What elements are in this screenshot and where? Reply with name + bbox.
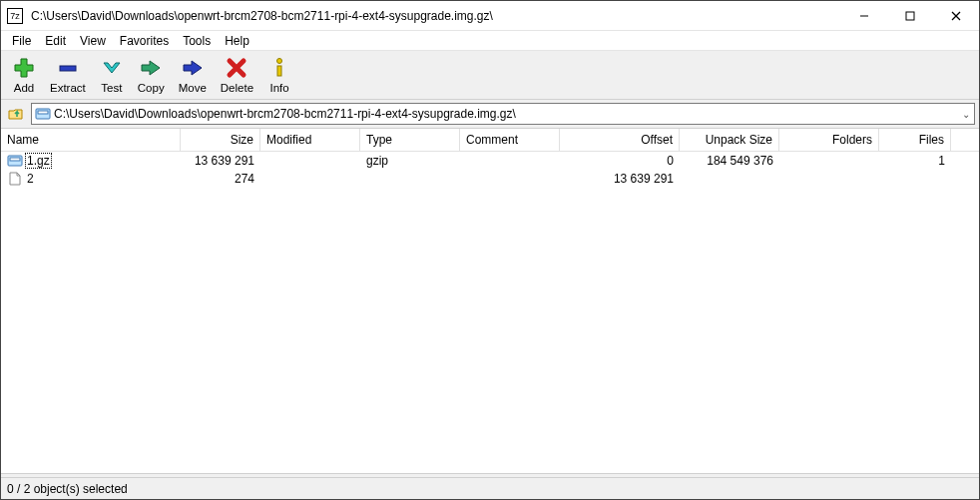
svg-rect-1 bbox=[906, 12, 914, 20]
archive-icon bbox=[7, 154, 23, 168]
delete-label: Delete bbox=[221, 82, 253, 94]
extract-label: Extract bbox=[50, 82, 86, 94]
column-headers: Name Size Modified Type Comment Offset U… bbox=[1, 129, 979, 152]
col-modified[interactable]: Modified bbox=[260, 129, 360, 151]
add-label: Add bbox=[14, 82, 34, 94]
menu-favorites[interactable]: Favorites bbox=[113, 32, 176, 50]
col-type[interactable]: Type bbox=[360, 129, 460, 151]
cell-type: gzip bbox=[360, 153, 460, 169]
menu-view[interactable]: View bbox=[73, 32, 113, 50]
addressbar: ⌄ bbox=[1, 100, 979, 129]
window-buttons bbox=[841, 1, 979, 30]
delete-button[interactable]: Delete bbox=[214, 54, 260, 96]
close-button[interactable] bbox=[933, 1, 979, 30]
app-icon: 7z bbox=[7, 8, 23, 24]
info-button[interactable]: Info bbox=[260, 54, 298, 96]
col-unpack[interactable]: Unpack Size bbox=[680, 129, 779, 151]
cell-type bbox=[360, 178, 460, 180]
file-name: 2 bbox=[25, 171, 36, 187]
cell-unpack: 184 549 376 bbox=[680, 153, 779, 169]
toolbar: Add Extract Test Copy Move Delete Info bbox=[1, 51, 979, 100]
cell-folders bbox=[779, 178, 879, 180]
list-body[interactable]: 1.gz13 639 291gzip0184 549 3761227413 63… bbox=[1, 152, 979, 473]
svg-point-5 bbox=[277, 59, 282, 64]
cell-files: 1 bbox=[879, 153, 951, 169]
plus-icon bbox=[12, 56, 36, 80]
cell-files bbox=[879, 178, 951, 180]
check-icon bbox=[100, 56, 124, 80]
move-arrow-icon bbox=[181, 56, 205, 80]
col-comment[interactable]: Comment bbox=[460, 129, 560, 151]
cell-name: 1.gz bbox=[1, 152, 181, 170]
copy-arrow-icon bbox=[139, 56, 163, 80]
move-button[interactable]: Move bbox=[172, 54, 214, 96]
test-button[interactable]: Test bbox=[93, 54, 131, 96]
add-button[interactable]: Add bbox=[5, 54, 43, 96]
cell-size: 13 639 291 bbox=[181, 153, 260, 169]
status-text: 0 / 2 object(s) selected bbox=[7, 482, 128, 496]
minimize-button[interactable] bbox=[841, 1, 887, 30]
cell-offset: 13 639 291 bbox=[560, 171, 680, 187]
file-name: 1.gz bbox=[25, 153, 52, 169]
table-row[interactable]: 1.gz13 639 291gzip0184 549 3761 bbox=[1, 152, 979, 170]
info-label: Info bbox=[269, 82, 288, 94]
move-label: Move bbox=[179, 82, 207, 94]
svg-rect-8 bbox=[38, 111, 48, 114]
col-size[interactable]: Size bbox=[181, 129, 260, 151]
test-label: Test bbox=[101, 82, 122, 94]
menu-tools[interactable]: Tools bbox=[176, 32, 218, 50]
menubar: File Edit View Favorites Tools Help bbox=[1, 31, 979, 51]
svg-rect-6 bbox=[277, 66, 281, 76]
extract-button[interactable]: Extract bbox=[43, 54, 93, 96]
svg-rect-10 bbox=[10, 158, 20, 161]
go-up-button[interactable] bbox=[5, 103, 27, 125]
copy-button[interactable]: Copy bbox=[131, 54, 172, 96]
cell-unpack bbox=[680, 178, 779, 180]
cell-size: 274 bbox=[181, 171, 260, 187]
svg-rect-4 bbox=[60, 66, 76, 71]
cell-comment bbox=[460, 178, 560, 180]
cell-modified bbox=[260, 178, 360, 180]
menu-edit[interactable]: Edit bbox=[38, 32, 73, 50]
minus-icon bbox=[56, 56, 80, 80]
cell-name: 2 bbox=[1, 170, 181, 188]
info-icon bbox=[267, 56, 291, 80]
address-dropdown[interactable]: ⌄ bbox=[958, 109, 974, 120]
statusbar: 0 / 2 object(s) selected bbox=[1, 477, 979, 499]
cell-folders bbox=[779, 160, 879, 162]
address-wrapper: ⌄ bbox=[31, 103, 975, 125]
delete-x-icon bbox=[225, 56, 248, 80]
file-icon bbox=[7, 172, 23, 186]
col-offset[interactable]: Offset bbox=[560, 129, 680, 151]
titlebar: 7z C:\Users\David\Downloads\openwrt-brcm… bbox=[1, 1, 979, 31]
folder-up-icon bbox=[8, 106, 24, 122]
table-row[interactable]: 227413 639 291 bbox=[1, 170, 979, 188]
cell-comment bbox=[460, 160, 560, 162]
drive-icon bbox=[35, 107, 51, 121]
col-folders[interactable]: Folders bbox=[779, 129, 879, 151]
cell-modified bbox=[260, 160, 360, 162]
col-files[interactable]: Files bbox=[879, 129, 951, 151]
window-title: C:\Users\David\Downloads\openwrt-brcm270… bbox=[29, 9, 841, 23]
menu-file[interactable]: File bbox=[5, 32, 38, 50]
cell-offset: 0 bbox=[560, 153, 680, 169]
copy-label: Copy bbox=[138, 82, 165, 94]
maximize-button[interactable] bbox=[887, 1, 933, 30]
file-listview: Name Size Modified Type Comment Offset U… bbox=[1, 129, 979, 473]
menu-help[interactable]: Help bbox=[218, 32, 256, 50]
address-input[interactable] bbox=[54, 107, 958, 121]
col-name[interactable]: Name bbox=[1, 129, 181, 151]
